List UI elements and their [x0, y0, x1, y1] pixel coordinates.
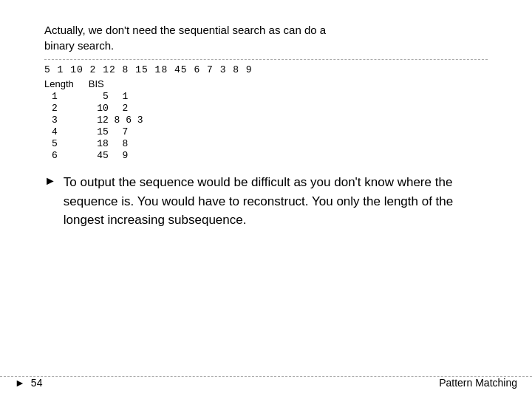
row4-length: 4 — [52, 126, 74, 137]
row3-length: 3 — [52, 115, 74, 126]
table-row: 5 18 8 — [44, 138, 488, 149]
row2-val: 2 — [111, 103, 128, 114]
row1-val: 1 — [111, 91, 128, 102]
table-header: Length BIS — [44, 78, 488, 89]
bullet-section: ► To output the sequence would be diffic… — [44, 173, 488, 230]
intro-line1: Actually, we don't need the sequential s… — [44, 24, 326, 36]
footer-arrow-icon: ► — [15, 377, 25, 389]
row2-length: 2 — [52, 103, 74, 114]
footer-page-number: 54 — [31, 377, 43, 389]
table-row: 4 15 7 — [44, 126, 488, 137]
table-row: 1 5 1 — [44, 91, 488, 102]
header-bis: BIS — [89, 78, 111, 89]
footer: ► 54 Pattern Matching — [0, 376, 532, 389]
row1-bis: 5 — [74, 91, 111, 102]
table-row: 3 12 8 6 3 — [44, 115, 488, 126]
row6-val: 9 — [111, 150, 128, 161]
row1-length: 1 — [52, 91, 74, 102]
footer-title: Pattern Matching — [439, 377, 517, 389]
row6-bis: 45 — [74, 150, 111, 161]
row4-bis: 15 — [74, 126, 111, 137]
row3-val: 3 — [132, 115, 146, 126]
footer-left: ► 54 — [15, 377, 42, 389]
bullet-arrow-icon: ► — [44, 174, 56, 188]
row2-bis: 10 — [74, 103, 111, 114]
table-row: 2 10 2 — [44, 103, 488, 114]
row6-length: 6 — [52, 150, 74, 161]
row5-val: 8 — [111, 138, 128, 149]
divider-top — [44, 59, 488, 60]
sequence-line: 5 1 10 2 12 8 15 18 45 6 7 3 8 9 — [44, 64, 488, 75]
header-length: Length — [44, 78, 74, 89]
row4-val: 7 — [111, 126, 128, 137]
intro-text: Actually, we don't need the sequential s… — [44, 22, 488, 53]
content-area: Actually, we don't need the sequential s… — [44, 22, 488, 230]
row3-bis: 12 8 6 — [74, 115, 132, 126]
slide: Actually, we don't need the sequential s… — [0, 0, 532, 399]
row5-length: 5 — [52, 138, 74, 149]
table-row: 6 45 9 — [44, 150, 488, 161]
table-section: Length BIS 1 5 1 2 10 2 3 12 8 6 3 4 — [44, 78, 488, 161]
bullet-text: To output the sequence would be difficul… — [64, 173, 488, 230]
intro-line2: binary search. — [44, 39, 114, 52]
row5-bis: 18 — [74, 138, 111, 149]
